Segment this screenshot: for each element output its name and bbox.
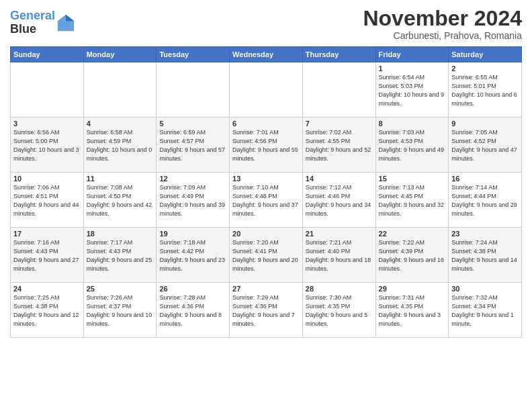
day-cell: 19Sunrise: 7:18 AM Sunset: 4:42 PM Dayli… [157,228,230,283]
day-info: Sunrise: 7:10 AM Sunset: 4:48 PM Dayligh… [232,183,300,218]
header-day-saturday: Saturday [449,47,522,62]
day-info: Sunrise: 7:05 AM Sunset: 4:52 PM Dayligh… [451,128,519,163]
day-cell: 17Sunrise: 7:16 AM Sunset: 4:43 PM Dayli… [11,228,84,283]
day-number: 7 [306,120,373,128]
day-cell [157,62,230,118]
week-row-4: 17Sunrise: 7:16 AM Sunset: 4:43 PM Dayli… [11,228,522,283]
day-info: Sunrise: 7:29 AM Sunset: 4:36 PM Dayligh… [232,293,300,328]
day-info: Sunrise: 7:20 AM Sunset: 4:41 PM Dayligh… [232,238,300,273]
day-info: Sunrise: 7:21 AM Sunset: 4:40 PM Dayligh… [306,238,373,273]
day-cell [11,62,84,118]
day-cell: 7Sunrise: 7:02 AM Sunset: 4:55 PM Daylig… [302,118,375,173]
day-cell: 23Sunrise: 7:24 AM Sunset: 4:38 PM Dayli… [449,228,522,283]
day-info: Sunrise: 7:13 AM Sunset: 4:45 PM Dayligh… [379,183,446,218]
day-number: 15 [379,175,446,183]
day-cell: 11Sunrise: 7:08 AM Sunset: 4:50 PM Dayli… [83,173,157,228]
day-cell: 10Sunrise: 7:06 AM Sunset: 4:51 PM Dayli… [11,173,84,228]
day-number: 22 [379,230,446,238]
day-number: 17 [13,230,81,238]
day-cell [83,62,157,118]
day-number: 18 [87,230,154,238]
day-number: 11 [87,175,154,183]
day-number: 6 [232,120,300,128]
day-cell: 9Sunrise: 7:05 AM Sunset: 4:52 PM Daylig… [449,118,522,173]
day-cell: 16Sunrise: 7:14 AM Sunset: 4:44 PM Dayli… [449,173,522,228]
week-row-5: 24Sunrise: 7:25 AM Sunset: 4:38 PM Dayli… [11,283,522,338]
header-day-thursday: Thursday [302,47,375,62]
day-number: 3 [13,120,81,128]
calendar-header: SundayMondayTuesdayWednesdayThursdayFrid… [11,47,522,62]
day-cell: 29Sunrise: 7:31 AM Sunset: 4:35 PM Dayli… [375,283,449,338]
day-info: Sunrise: 7:32 AM Sunset: 4:34 PM Dayligh… [451,293,519,328]
day-info: Sunrise: 7:12 AM Sunset: 4:46 PM Dayligh… [306,183,373,218]
day-cell: 3Sunrise: 6:56 AM Sunset: 5:00 PM Daylig… [11,118,84,173]
day-cell: 27Sunrise: 7:29 AM Sunset: 4:36 PM Dayli… [230,283,303,338]
day-number: 9 [451,120,519,128]
week-row-1: 1Sunrise: 6:54 AM Sunset: 5:03 PM Daylig… [11,62,522,118]
day-info: Sunrise: 6:58 AM Sunset: 4:59 PM Dayligh… [87,128,154,163]
header-day-tuesday: Tuesday [157,47,230,62]
day-number: 20 [232,230,300,238]
day-cell: 13Sunrise: 7:10 AM Sunset: 4:48 PM Dayli… [230,173,303,228]
day-info: Sunrise: 7:25 AM Sunset: 4:38 PM Dayligh… [13,293,81,328]
day-cell: 20Sunrise: 7:20 AM Sunset: 4:41 PM Dayli… [230,228,303,283]
header-day-friday: Friday [375,47,449,62]
day-number: 1 [379,64,446,73]
header-day-sunday: Sunday [11,47,84,62]
day-number: 23 [451,230,519,238]
day-number: 27 [232,285,300,293]
day-cell [230,62,303,118]
day-number: 28 [306,285,373,293]
day-info: Sunrise: 7:09 AM Sunset: 4:49 PM Dayligh… [159,183,226,218]
day-info: Sunrise: 7:24 AM Sunset: 4:38 PM Dayligh… [451,238,519,273]
day-info: Sunrise: 7:06 AM Sunset: 4:51 PM Dayligh… [13,183,81,218]
day-cell: 4Sunrise: 6:58 AM Sunset: 4:59 PM Daylig… [83,118,157,173]
day-cell: 2Sunrise: 6:55 AM Sunset: 5:01 PM Daylig… [449,62,522,118]
day-info: Sunrise: 7:08 AM Sunset: 4:50 PM Dayligh… [87,183,154,218]
logo: General Blue [10,9,75,36]
day-number: 14 [306,175,373,183]
calendar-body: 1Sunrise: 6:54 AM Sunset: 5:03 PM Daylig… [11,62,522,338]
day-number: 21 [306,230,373,238]
day-cell: 1Sunrise: 6:54 AM Sunset: 5:03 PM Daylig… [375,62,449,118]
day-info: Sunrise: 7:22 AM Sunset: 4:39 PM Dayligh… [379,238,446,273]
day-info: Sunrise: 7:03 AM Sunset: 4:53 PM Dayligh… [379,128,446,163]
header-day-monday: Monday [83,47,157,62]
logo-icon [56,13,75,32]
day-number: 30 [451,285,519,293]
header-row: SundayMondayTuesdayWednesdayThursdayFrid… [11,47,522,62]
day-cell: 6Sunrise: 7:01 AM Sunset: 4:56 PM Daylig… [230,118,303,173]
day-info: Sunrise: 7:26 AM Sunset: 4:37 PM Dayligh… [87,293,154,328]
day-info: Sunrise: 6:56 AM Sunset: 5:00 PM Dayligh… [13,128,81,163]
location: Carbunesti, Prahova, Romania [363,30,522,41]
day-cell: 22Sunrise: 7:22 AM Sunset: 4:39 PM Dayli… [375,228,449,283]
day-cell: 5Sunrise: 6:59 AM Sunset: 4:57 PM Daylig… [157,118,230,173]
day-info: Sunrise: 7:17 AM Sunset: 4:43 PM Dayligh… [87,238,154,273]
day-cell: 8Sunrise: 7:03 AM Sunset: 4:53 PM Daylig… [375,118,449,173]
day-number: 5 [159,120,226,128]
day-number: 24 [13,285,81,293]
page-container: General Blue November 2024 Carbunesti, P… [0,0,532,345]
day-cell: 24Sunrise: 7:25 AM Sunset: 4:38 PM Dayli… [11,283,84,338]
week-row-2: 3Sunrise: 6:56 AM Sunset: 5:00 PM Daylig… [11,118,522,173]
day-number: 12 [159,175,226,183]
day-info: Sunrise: 7:16 AM Sunset: 4:43 PM Dayligh… [13,238,81,273]
day-cell: 15Sunrise: 7:13 AM Sunset: 4:45 PM Dayli… [375,173,449,228]
calendar-table: SundayMondayTuesdayWednesdayThursdayFrid… [10,46,522,338]
header-day-wednesday: Wednesday [230,47,303,62]
day-cell: 28Sunrise: 7:30 AM Sunset: 4:35 PM Dayli… [302,283,375,338]
day-number: 29 [379,285,446,293]
day-cell: 14Sunrise: 7:12 AM Sunset: 4:46 PM Dayli… [302,173,375,228]
day-number: 4 [87,120,154,128]
day-info: Sunrise: 7:01 AM Sunset: 4:56 PM Dayligh… [232,128,300,163]
day-info: Sunrise: 6:59 AM Sunset: 4:57 PM Dayligh… [159,128,226,163]
day-cell [302,62,375,118]
svg-marker-1 [66,15,74,21]
day-info: Sunrise: 7:30 AM Sunset: 4:35 PM Dayligh… [306,293,373,328]
day-info: Sunrise: 7:31 AM Sunset: 4:35 PM Dayligh… [379,293,446,328]
day-number: 10 [13,175,81,183]
day-info: Sunrise: 6:54 AM Sunset: 5:03 PM Dayligh… [379,73,446,108]
day-number: 19 [159,230,226,238]
day-cell: 25Sunrise: 7:26 AM Sunset: 4:37 PM Dayli… [83,283,157,338]
day-number: 25 [87,285,154,293]
